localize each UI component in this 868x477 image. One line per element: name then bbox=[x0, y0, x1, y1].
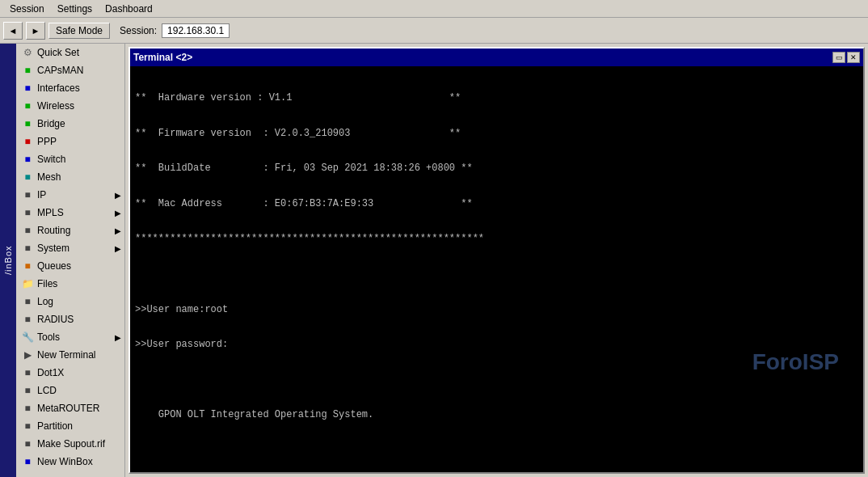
sidebar-item-new-terminal[interactable]: ▶ New Terminal bbox=[16, 346, 124, 364]
sidebar-item-log[interactable]: ■ Log bbox=[16, 293, 124, 310]
term-line-password: >>User password: bbox=[135, 339, 858, 352]
log-icon: ■ bbox=[21, 295, 34, 308]
partition-icon: ■ bbox=[21, 420, 34, 433]
main-layout: /inBox ⚙ Quick Set ■ CAPsMAN ■ Interface… bbox=[0, 44, 868, 477]
sidebar-item-label: Dot1X bbox=[37, 367, 64, 378]
sidebar-item-label: Files bbox=[37, 278, 57, 289]
sidebar-item-label: Interfaces bbox=[37, 82, 80, 94]
queues-icon: ■ bbox=[21, 260, 34, 272]
terminal-close-button[interactable]: ✕ bbox=[847, 52, 860, 63]
sidebar-item-make-supout[interactable]: ■ Make Supout.rif bbox=[16, 435, 124, 453]
ip-arrow: ▶ bbox=[115, 191, 121, 200]
sidebar-item-dot1x[interactable]: ■ Dot1X bbox=[16, 364, 124, 382]
sidebar-item-label: MPLS bbox=[37, 207, 64, 218]
sidebar-item-label: Queues bbox=[37, 260, 71, 272]
back-button[interactable]: ◄ bbox=[3, 22, 23, 40]
sidebar-item-mesh[interactable]: ■ Mesh bbox=[16, 168, 124, 186]
wireless-icon: ■ bbox=[21, 99, 34, 112]
term-line-sep: ****************************************… bbox=[135, 233, 858, 246]
sidebar-item-ppp[interactable]: ■ PPP bbox=[16, 133, 124, 150]
sidebar-item-label: LCD bbox=[37, 385, 57, 396]
term-line-fw: ** Firmware version : V2.0.3_210903 ** bbox=[135, 128, 858, 141]
sidebar-item-label: Tools bbox=[37, 331, 60, 343]
sidebar-item-exit[interactable]: ✖ Exit bbox=[16, 474, 124, 477]
sidebar-item-interfaces[interactable]: ■ Interfaces bbox=[16, 79, 124, 97]
sidebar-item-lcd[interactable]: ■ LCD bbox=[16, 382, 124, 399]
sidebar: ⚙ Quick Set ■ CAPsMAN ■ Interfaces ■ Wir… bbox=[16, 44, 125, 477]
radius-icon: ■ bbox=[21, 313, 34, 326]
make-supout-icon: ■ bbox=[21, 437, 34, 450]
sidebar-item-label: Switch bbox=[37, 154, 65, 165]
term-line-gpon: GPON OLT Integrated Operating System. bbox=[135, 409, 858, 422]
sidebar-item-label: Partition bbox=[37, 420, 73, 432]
forward-button[interactable]: ► bbox=[26, 22, 45, 40]
winbox-label: /inBox bbox=[0, 44, 16, 477]
sidebar-item-switch[interactable]: ■ Switch bbox=[16, 150, 124, 168]
bridge-icon: ■ bbox=[21, 117, 34, 130]
menubar: Session Settings Dashboard bbox=[0, 0, 868, 18]
sidebar-item-ip[interactable]: ■ IP ▶ bbox=[16, 186, 124, 204]
lcd-icon: ■ bbox=[21, 384, 34, 397]
terminal-title: Terminal <2> bbox=[133, 52, 192, 63]
menu-dashboard[interactable]: Dashboard bbox=[99, 2, 159, 16]
sidebar-item-label: New Terminal bbox=[37, 349, 95, 361]
sidebar-item-metarouter[interactable]: ■ MetaROUTER bbox=[16, 399, 124, 417]
tools-icon: 🔧 bbox=[21, 331, 34, 344]
ppp-icon: ■ bbox=[21, 135, 34, 148]
sidebar-item-queues[interactable]: ■ Queues bbox=[16, 257, 124, 275]
sidebar-item-routing[interactable]: ■ Routing ▶ bbox=[16, 222, 124, 239]
terminal-body[interactable]: ** Hardware version : V1.1 ** ** Firmwar… bbox=[130, 66, 863, 472]
sidebar-item-label: Log bbox=[37, 296, 53, 307]
new-winbox-icon: ■ bbox=[21, 455, 34, 468]
sidebar-item-label: Quick Set bbox=[37, 47, 79, 58]
mesh-icon: ■ bbox=[21, 171, 34, 184]
sidebar-item-radius[interactable]: ■ RADIUS bbox=[16, 310, 124, 328]
mpls-icon: ■ bbox=[21, 206, 34, 219]
sidebar-item-wireless[interactable]: ■ Wireless bbox=[16, 97, 124, 115]
terminal-titlebar: Terminal <2> ▭ ✕ bbox=[130, 49, 863, 66]
sidebar-item-partition[interactable]: ■ Partition bbox=[16, 417, 124, 435]
system-icon: ■ bbox=[21, 242, 34, 255]
terminal-window[interactable]: Terminal <2> ▭ ✕ ** Hardware version : V… bbox=[129, 47, 865, 474]
session-label: Session: bbox=[120, 25, 157, 36]
files-icon: 📁 bbox=[21, 277, 34, 290]
sidebar-item-label: Routing bbox=[37, 225, 70, 236]
sidebar-item-label: Mesh bbox=[37, 171, 61, 183]
metarouter-icon: ■ bbox=[21, 402, 34, 415]
sidebar-item-capsman[interactable]: ■ CAPsMAN bbox=[16, 61, 124, 79]
menu-settings[interactable]: Settings bbox=[51, 2, 99, 16]
new-terminal-icon: ▶ bbox=[21, 348, 34, 361]
mpls-arrow: ▶ bbox=[115, 209, 121, 217]
watermark: ForoISP bbox=[752, 349, 839, 375]
sidebar-item-quick-set[interactable]: ⚙ Quick Set bbox=[16, 44, 124, 61]
sidebar-item-label: System bbox=[37, 243, 70, 254]
session-value: 192.168.30.1 bbox=[162, 23, 230, 38]
sidebar-item-tools[interactable]: 🔧 Tools ▶ bbox=[16, 328, 124, 346]
dot1x-icon: ■ bbox=[21, 366, 34, 379]
sidebar-item-label: Make Supout.rif bbox=[37, 438, 105, 450]
sidebar-item-mpls[interactable]: ■ MPLS ▶ bbox=[16, 204, 124, 222]
interfaces-icon: ■ bbox=[21, 82, 34, 95]
sidebar-item-bridge[interactable]: ■ Bridge bbox=[16, 115, 124, 133]
sidebar-item-label: Bridge bbox=[37, 118, 65, 129]
safe-mode-button[interactable]: Safe Mode bbox=[48, 23, 110, 39]
sidebar-item-system[interactable]: ■ System ▶ bbox=[16, 239, 124, 257]
toolbar: ◄ ► Safe Mode Session: 192.168.30.1 bbox=[0, 18, 868, 44]
sidebar-item-files[interactable]: 📁 Files bbox=[16, 275, 124, 293]
sidebar-item-label: PPP bbox=[37, 136, 57, 147]
sidebar-item-label: MetaROUTER bbox=[37, 403, 99, 414]
sidebar-item-label: New WinBox bbox=[37, 456, 93, 467]
content-area: Terminal <2> ▭ ✕ ** Hardware version : V… bbox=[125, 44, 868, 477]
system-arrow: ▶ bbox=[115, 244, 121, 253]
term-line-blank2 bbox=[135, 374, 858, 387]
term-line-hw: ** Hardware version : V1.1 ** bbox=[135, 92, 858, 105]
term-line-username: >>User name:root bbox=[135, 304, 858, 317]
terminal-controls: ▭ ✕ bbox=[832, 52, 860, 63]
terminal-restore-button[interactable]: ▭ bbox=[832, 52, 845, 63]
routing-icon: ■ bbox=[21, 224, 34, 237]
sidebar-item-new-winbox[interactable]: ■ New WinBox bbox=[16, 453, 124, 471]
sidebar-item-label: CAPsMAN bbox=[37, 65, 83, 76]
switch-icon: ■ bbox=[21, 153, 34, 166]
menu-session[interactable]: Session bbox=[3, 2, 51, 16]
tools-arrow: ▶ bbox=[115, 333, 121, 342]
